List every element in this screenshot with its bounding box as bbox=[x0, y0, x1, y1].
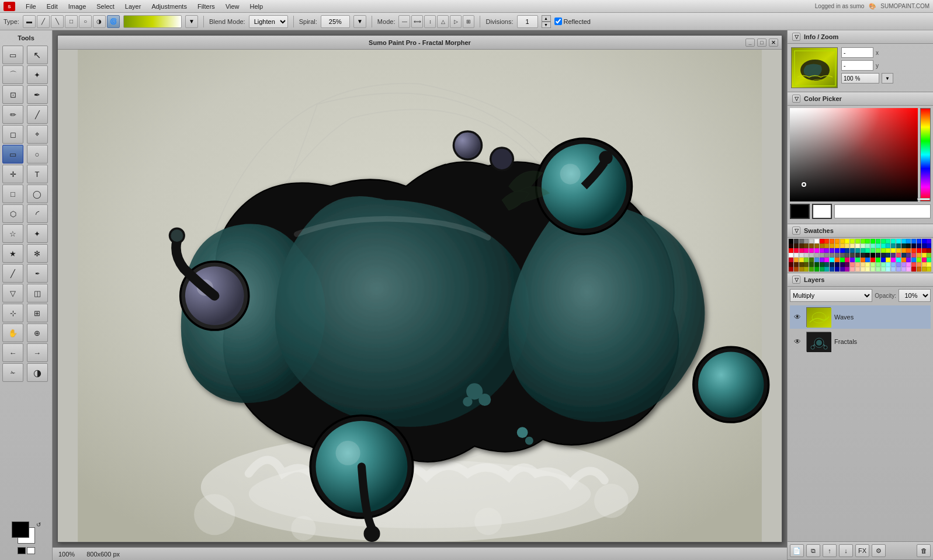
tool-eyedropper[interactable]: ✒ bbox=[27, 85, 48, 104]
swatch-cell[interactable] bbox=[824, 244, 829, 248]
tool-ellipse-select[interactable]: ○ bbox=[27, 145, 48, 164]
color-hex-field[interactable]: 000000 bbox=[834, 204, 931, 218]
swatch-cell[interactable] bbox=[901, 267, 906, 272]
swatch-cell[interactable] bbox=[870, 258, 875, 262]
color-picker-collapse[interactable]: ▽ bbox=[792, 95, 800, 103]
move-layer-down-btn[interactable]: ↓ bbox=[839, 544, 853, 557]
swatch-cell[interactable] bbox=[865, 253, 870, 258]
swatch-cell[interactable] bbox=[855, 239, 860, 244]
swatch-cell[interactable] bbox=[794, 262, 799, 267]
swatch-cell[interactable] bbox=[840, 248, 845, 253]
swatch-cell[interactable] bbox=[824, 258, 829, 262]
tool-zoom-tool[interactable]: ⊕ bbox=[27, 324, 48, 342]
zoom-dropdown-btn[interactable]: ▼ bbox=[882, 73, 893, 84]
tool-gradient-tool[interactable]: ◫ bbox=[27, 284, 48, 302]
swatch-cell[interactable] bbox=[876, 248, 880, 253]
swatch-cell[interactable] bbox=[927, 248, 931, 253]
swatch-cell[interactable] bbox=[820, 239, 824, 244]
swatch-cell[interactable] bbox=[927, 239, 931, 244]
blend-mode-select[interactable]: Lighten bbox=[249, 15, 288, 28]
color-picker-header[interactable]: ▽ Color Picker bbox=[788, 92, 933, 106]
swatch-cell[interactable] bbox=[881, 248, 886, 253]
swatch-cell[interactable] bbox=[865, 239, 870, 244]
swatch-cell[interactable] bbox=[927, 258, 931, 262]
tool-star3[interactable]: ★ bbox=[2, 244, 23, 263]
layer-settings-btn[interactable]: ⚙ bbox=[872, 544, 886, 557]
swatch-cell[interactable] bbox=[809, 239, 814, 244]
swatch-cell[interactable] bbox=[840, 267, 845, 272]
swatch-cell[interactable] bbox=[799, 258, 804, 262]
swatch-cell[interactable] bbox=[830, 248, 834, 253]
swatch-cell[interactable] bbox=[830, 253, 834, 258]
foreground-color-picker-swatch[interactable] bbox=[790, 204, 810, 219]
tool-magic-wand[interactable]: ✦ bbox=[27, 65, 48, 84]
tool-line[interactable]: ╱ bbox=[2, 264, 23, 283]
swatch-cell[interactable] bbox=[922, 262, 927, 267]
swatch-cell[interactable] bbox=[830, 267, 834, 272]
new-layer-btn[interactable]: 📄 bbox=[790, 544, 804, 557]
menu-view[interactable]: View bbox=[221, 2, 244, 11]
swatch-cell[interactable] bbox=[891, 267, 896, 272]
tool-lasso[interactable]: ⌒ bbox=[2, 65, 23, 84]
swatch-cell[interactable] bbox=[850, 267, 855, 272]
swatch-cell[interactable] bbox=[799, 239, 804, 244]
swatch-cell[interactable] bbox=[865, 258, 870, 262]
swatch-cell[interactable] bbox=[906, 248, 911, 253]
swatch-cell[interactable] bbox=[804, 267, 809, 272]
swatch-cell[interactable] bbox=[789, 248, 793, 253]
swatch-cell[interactable] bbox=[861, 258, 865, 262]
swatch-cell[interactable] bbox=[804, 253, 809, 258]
swatch-cell[interactable] bbox=[896, 244, 901, 248]
swatch-cell[interactable] bbox=[809, 253, 814, 258]
swatch-cell[interactable] bbox=[886, 258, 890, 262]
tool-dodge-burn[interactable]: ◑ bbox=[27, 363, 48, 382]
swatch-cell[interactable] bbox=[840, 258, 845, 262]
swatch-cell[interactable] bbox=[917, 262, 921, 267]
hue-strip[interactable] bbox=[920, 108, 931, 201]
swatch-cell[interactable] bbox=[906, 267, 911, 272]
swatch-cell[interactable] bbox=[835, 267, 840, 272]
swatch-cell[interactable] bbox=[820, 244, 824, 248]
swatch-cell[interactable] bbox=[901, 258, 906, 262]
swatch-cell[interactable] bbox=[896, 267, 901, 272]
tool-splat[interactable]: ✻ bbox=[27, 244, 48, 263]
tool-move[interactable]: ↖ bbox=[27, 46, 48, 64]
swatch-cell[interactable] bbox=[794, 239, 799, 244]
swatch-cell[interactable] bbox=[917, 248, 921, 253]
swatch-cell[interactable] bbox=[840, 262, 845, 267]
background-color-picker-swatch[interactable] bbox=[812, 204, 832, 219]
swatch-cell[interactable] bbox=[809, 262, 814, 267]
swatch-cell[interactable] bbox=[814, 244, 819, 248]
swatch-cell[interactable] bbox=[845, 262, 849, 267]
swatch-cell[interactable] bbox=[794, 253, 799, 258]
swatch-cell[interactable] bbox=[917, 239, 921, 244]
swatch-cell[interactable] bbox=[794, 248, 799, 253]
layers-opacity-input[interactable]: 10% 20% 50% 100% bbox=[899, 289, 931, 302]
swatch-cell[interactable] bbox=[820, 258, 824, 262]
swatch-cell[interactable] bbox=[809, 248, 814, 253]
swatch-cell[interactable] bbox=[901, 253, 906, 258]
menu-file[interactable]: File bbox=[21, 2, 41, 11]
menu-help[interactable]: Help bbox=[245, 2, 268, 11]
swatch-cell[interactable] bbox=[876, 267, 880, 272]
swatch-cell[interactable] bbox=[886, 262, 890, 267]
divisions-input[interactable] bbox=[517, 15, 538, 28]
swatch-cell[interactable] bbox=[881, 253, 886, 258]
swatch-cell[interactable] bbox=[896, 239, 901, 244]
swatch-cell[interactable] bbox=[861, 239, 865, 244]
swatch-cell[interactable] bbox=[835, 239, 840, 244]
canvas-maximize-btn[interactable]: □ bbox=[757, 39, 766, 47]
type-btn-1[interactable]: ▬ bbox=[23, 15, 36, 28]
swatch-cell[interactable] bbox=[855, 267, 860, 272]
swatch-cell[interactable] bbox=[881, 239, 886, 244]
swatch-cell[interactable] bbox=[906, 258, 911, 262]
swatches-collapse[interactable]: ▽ bbox=[792, 227, 800, 235]
white-swatch[interactable] bbox=[27, 547, 35, 554]
swatch-cell[interactable] bbox=[845, 239, 849, 244]
tool-fill[interactable]: ▽ bbox=[2, 284, 23, 302]
swatch-cell[interactable] bbox=[814, 253, 819, 258]
x-coord-input[interactable] bbox=[841, 47, 873, 58]
swatch-cell[interactable] bbox=[927, 253, 931, 258]
swatch-cell[interactable] bbox=[789, 253, 793, 258]
swatch-cell[interactable] bbox=[835, 258, 840, 262]
